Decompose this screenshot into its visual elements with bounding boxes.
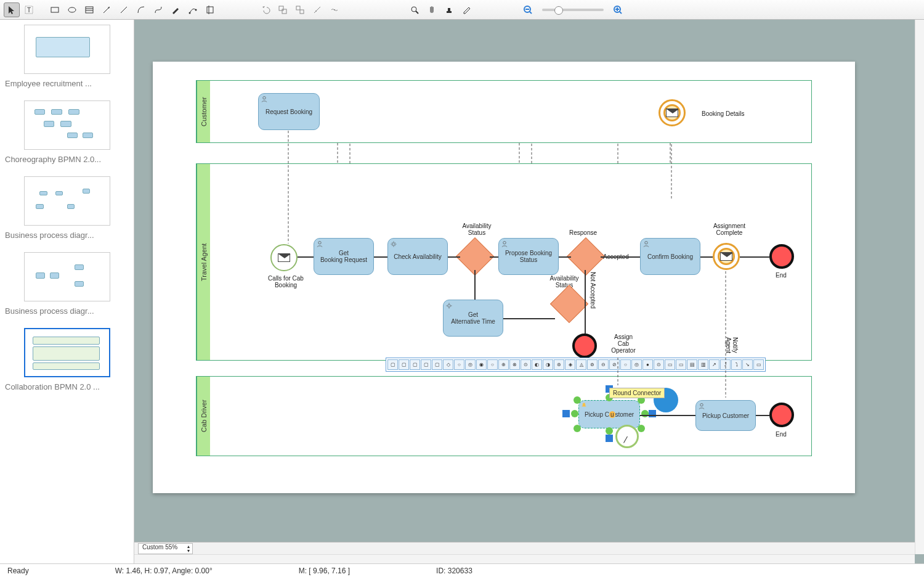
task-get-alternative[interactable]: Get Alternative Time: [443, 300, 503, 337]
shape-option[interactable]: ◇: [443, 359, 453, 370]
thumbnail-item[interactable]: Choreography BPMN 2.0...: [5, 100, 129, 164]
undo-tool[interactable]: [257, 2, 274, 17]
horizontal-scrollbar[interactable]: [134, 554, 915, 563]
task-pickup-customer[interactable]: Pickup Customer: [695, 400, 756, 431]
shape-option[interactable]: ⊛: [554, 359, 564, 370]
pen-tool[interactable]: [168, 2, 184, 17]
shape-option[interactable]: ◑: [543, 359, 553, 370]
shape-option[interactable]: ◐: [532, 359, 542, 370]
ellipse-tool[interactable]: [64, 2, 80, 17]
shape-option[interactable]: ▥: [698, 359, 708, 370]
pool-cab-driver[interactable]: Cab Driver Pickup Customer: [196, 376, 812, 456]
shape-option[interactable]: ▢: [410, 359, 420, 370]
gear-icon: [390, 240, 397, 248]
start-event[interactable]: [270, 244, 298, 271]
shape-option[interactable]: ◎: [631, 359, 642, 370]
task-check-availability[interactable]: Check Availability: [387, 238, 448, 275]
group-tool[interactable]: [275, 2, 291, 17]
shape-option[interactable]: ⊘: [609, 359, 620, 370]
zoom-slider[interactable]: [542, 9, 604, 11]
end-event-1[interactable]: [572, 334, 597, 358]
pointer-tool[interactable]: [4, 2, 20, 17]
end-event-2[interactable]: [769, 244, 794, 269]
shape-option[interactable]: ⊙: [521, 359, 531, 370]
shape-option[interactable]: ○: [487, 359, 498, 370]
align-tool[interactable]: [309, 2, 325, 17]
resize-handle[interactable]: [606, 427, 613, 435]
shape-option[interactable]: ◎: [465, 359, 476, 370]
shape-option[interactable]: ⊕: [498, 359, 509, 370]
shape-option[interactable]: ⤵: [731, 359, 742, 370]
shape-option[interactable]: ↘: [742, 359, 753, 370]
shape-option[interactable]: ↗: [709, 359, 719, 370]
shape-option[interactable]: ⊙: [654, 359, 664, 370]
crop-tool[interactable]: [202, 2, 218, 17]
zoom-tool[interactable]: [407, 2, 423, 17]
page-thumbnails-sidebar: Employee recruitment ... Choreography BP…: [0, 20, 134, 563]
canvas-area[interactable]: Customer Request Booking Booking Details…: [134, 20, 924, 563]
rect-tool[interactable]: [47, 2, 63, 17]
stamp-tool[interactable]: [441, 2, 457, 17]
bezier-tool[interactable]: [150, 2, 166, 17]
shape-option[interactable]: ▢: [432, 359, 442, 370]
shape-option[interactable]: ◬: [576, 359, 586, 370]
shape-option[interactable]: ▭: [665, 359, 675, 370]
thumbnail-item[interactable]: Employee recruitment ...: [5, 25, 129, 88]
vertical-scrollbar[interactable]: [915, 20, 924, 554]
shape-option[interactable]: ⤴: [720, 359, 731, 370]
resize-handle[interactable]: [573, 396, 581, 404]
connector-handle[interactable]: [606, 435, 613, 442]
shape-option[interactable]: ●: [642, 359, 653, 370]
zoom-select[interactable]: Custom 55% ▴▾: [138, 543, 193, 554]
shape-option[interactable]: ▢: [387, 359, 398, 370]
message-event[interactable]: [659, 99, 686, 126]
task-request-booking[interactable]: Request Booking: [258, 93, 320, 130]
shape-option[interactable]: ▭: [753, 359, 764, 370]
distribute-tool[interactable]: [326, 2, 342, 17]
text-tool[interactable]: T: [21, 2, 37, 17]
shape-option[interactable]: ▢: [399, 359, 409, 370]
shape-option[interactable]: ⊗: [509, 359, 520, 370]
pool-customer[interactable]: Customer Request Booking Booking Details: [196, 80, 812, 143]
timer-event[interactable]: [615, 425, 639, 448]
thumbnail-item[interactable]: Business process diagr...: [5, 252, 129, 316]
shape-option[interactable]: ○: [620, 359, 631, 370]
task-get-booking-request[interactable]: Get Booking Request: [314, 238, 374, 275]
curve-tool[interactable]: [133, 2, 149, 17]
task-propose-booking[interactable]: Propose Booking Status: [498, 238, 559, 275]
shape-option[interactable]: ◈: [565, 359, 575, 370]
task-confirm-booking[interactable]: Confirm Booking: [640, 238, 700, 275]
line-tool[interactable]: [116, 2, 132, 17]
arrow-tool[interactable]: [99, 2, 115, 17]
shape-option[interactable]: ▤: [687, 359, 697, 370]
table-tool[interactable]: [81, 2, 97, 17]
shape-option[interactable]: ⊖: [598, 359, 609, 370]
shape-option[interactable]: ⊚: [587, 359, 598, 370]
task-pickup-customer-selected[interactable]: Pickup Customer: [578, 400, 640, 428]
shape-option[interactable]: ▢: [421, 359, 431, 370]
zoom-out-tool[interactable]: [520, 2, 536, 17]
zoom-in-tool[interactable]: [610, 2, 626, 17]
end-event-3[interactable]: [769, 403, 794, 427]
gateway-secondary[interactable]: [550, 285, 588, 323]
resize-handle[interactable]: [571, 410, 578, 417]
shape-option[interactable]: ◉: [476, 359, 487, 370]
node-edit-tool[interactable]: [185, 2, 201, 17]
diagram-canvas[interactable]: Customer Request Booking Booking Details…: [153, 62, 855, 493]
gateway-response[interactable]: [567, 237, 605, 276]
resize-handle[interactable]: [638, 425, 645, 432]
shape-option[interactable]: ▭: [676, 359, 686, 370]
shape-option[interactable]: ○: [454, 359, 464, 370]
svg-line-17: [314, 7, 320, 13]
thumbnail-item[interactable]: Collaboration BPMN 2.0 ...: [5, 328, 129, 391]
thumbnail-item[interactable]: Business process diagr...: [5, 176, 129, 240]
ungroup-tool[interactable]: [292, 2, 308, 17]
resize-handle[interactable]: [641, 410, 649, 417]
connector-handle[interactable]: [649, 410, 656, 417]
hand-tool[interactable]: [424, 2, 440, 17]
resize-handle[interactable]: [573, 425, 581, 432]
connector-handle[interactable]: [562, 410, 570, 417]
eyedrop-tool[interactable]: [458, 2, 474, 17]
pool-travel-agent[interactable]: Travel Agent Calls for Cab Booking Get B…: [196, 163, 812, 361]
message-event-2[interactable]: [713, 243, 740, 270]
